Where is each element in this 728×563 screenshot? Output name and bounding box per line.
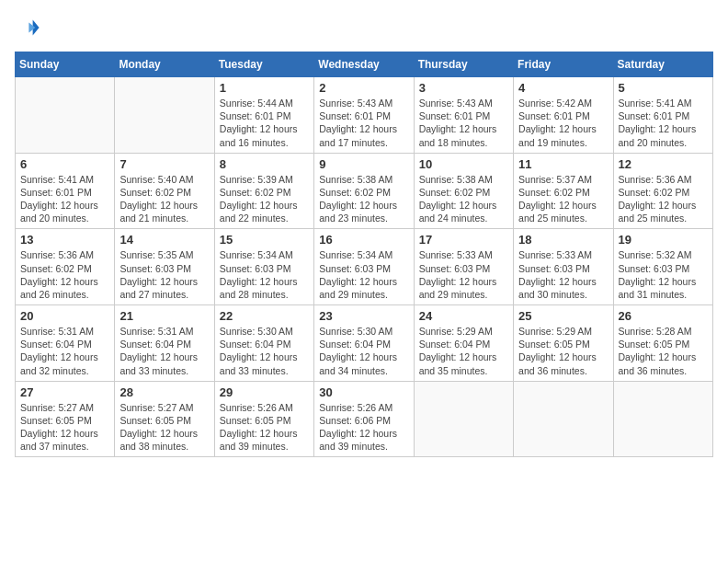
calendar-cell: 23Sunrise: 5:30 AM Sunset: 6:04 PM Dayli…: [314, 305, 414, 382]
calendar-cell: [514, 381, 613, 457]
calendar-cell: 4Sunrise: 5:42 AM Sunset: 6:01 PM Daylig…: [514, 77, 613, 154]
calendar-cell: 1Sunrise: 5:44 AM Sunset: 6:01 PM Daylig…: [214, 77, 313, 154]
day-info: Sunrise: 5:34 AM Sunset: 6:03 PM Dayligh…: [319, 248, 408, 301]
day-number: 17: [419, 233, 508, 247]
day-number: 22: [220, 309, 309, 323]
day-info: Sunrise: 5:36 AM Sunset: 6:02 PM Dayligh…: [619, 173, 708, 225]
weekday-header: Thursday: [414, 52, 513, 77]
day-info: Sunrise: 5:43 AM Sunset: 6:01 PM Dayligh…: [419, 97, 508, 149]
weekday-header: Monday: [115, 52, 214, 77]
day-info: Sunrise: 5:43 AM Sunset: 6:01 PM Dayligh…: [319, 97, 408, 149]
calendar-cell: 26Sunrise: 5:28 AM Sunset: 6:05 PM Dayli…: [613, 305, 712, 382]
day-number: 28: [119, 385, 209, 399]
day-info: Sunrise: 5:44 AM Sunset: 6:01 PM Dayligh…: [220, 97, 309, 149]
calendar-cell: [414, 381, 513, 457]
day-number: 9: [319, 157, 408, 171]
day-info: Sunrise: 5:41 AM Sunset: 6:01 PM Dayligh…: [20, 173, 109, 225]
day-number: 19: [619, 233, 708, 247]
day-info: Sunrise: 5:30 AM Sunset: 6:04 PM Dayligh…: [319, 325, 408, 377]
day-info: Sunrise: 5:29 AM Sunset: 6:05 PM Dayligh…: [518, 325, 608, 377]
calendar-week-row: 13Sunrise: 5:36 AM Sunset: 6:02 PM Dayli…: [16, 229, 713, 305]
weekday-header: Saturday: [613, 52, 712, 77]
calendar-cell: 28Sunrise: 5:27 AM Sunset: 6:05 PM Dayli…: [115, 381, 214, 457]
calendar-cell: [16, 77, 115, 154]
day-number: 26: [619, 309, 708, 323]
day-number: 2: [319, 81, 408, 95]
calendar-cell: 10Sunrise: 5:38 AM Sunset: 6:02 PM Dayli…: [414, 153, 513, 229]
day-number: 3: [419, 81, 508, 95]
day-number: 6: [20, 157, 109, 171]
day-info: Sunrise: 5:33 AM Sunset: 6:03 PM Dayligh…: [518, 248, 608, 301]
day-info: Sunrise: 5:32 AM Sunset: 6:03 PM Dayligh…: [619, 248, 708, 301]
calendar-cell: 16Sunrise: 5:34 AM Sunset: 6:03 PM Dayli…: [314, 229, 414, 305]
day-number: 12: [619, 157, 708, 171]
day-info: Sunrise: 5:26 AM Sunset: 6:06 PM Dayligh…: [319, 401, 408, 454]
calendar-week-row: 27Sunrise: 5:27 AM Sunset: 6:05 PM Dayli…: [16, 381, 713, 457]
day-number: 23: [319, 309, 408, 323]
day-number: 16: [319, 233, 408, 247]
calendar-table: SundayMondayTuesdayWednesdayThursdayFrid…: [15, 52, 713, 457]
day-number: 29: [220, 385, 309, 399]
day-info: Sunrise: 5:26 AM Sunset: 6:05 PM Dayligh…: [220, 401, 309, 454]
calendar-cell: 29Sunrise: 5:26 AM Sunset: 6:05 PM Dayli…: [214, 381, 313, 457]
calendar-cell: 14Sunrise: 5:35 AM Sunset: 6:03 PM Dayli…: [115, 229, 214, 305]
calendar-cell: 27Sunrise: 5:27 AM Sunset: 6:05 PM Dayli…: [16, 381, 115, 457]
day-info: Sunrise: 5:42 AM Sunset: 6:01 PM Dayligh…: [518, 97, 608, 149]
day-info: Sunrise: 5:30 AM Sunset: 6:04 PM Dayligh…: [220, 325, 309, 377]
day-info: Sunrise: 5:37 AM Sunset: 6:02 PM Dayligh…: [518, 173, 608, 225]
day-info: Sunrise: 5:28 AM Sunset: 6:05 PM Dayligh…: [619, 325, 708, 377]
day-number: 10: [419, 157, 508, 171]
calendar-cell: 11Sunrise: 5:37 AM Sunset: 6:02 PM Dayli…: [514, 153, 613, 229]
day-number: 5: [619, 81, 708, 95]
page-header: [15, 15, 713, 40]
day-info: Sunrise: 5:31 AM Sunset: 6:04 PM Dayligh…: [20, 325, 109, 377]
day-number: 27: [20, 385, 109, 399]
calendar-week-row: 6Sunrise: 5:41 AM Sunset: 6:01 PM Daylig…: [16, 153, 713, 229]
calendar-cell: 2Sunrise: 5:43 AM Sunset: 6:01 PM Daylig…: [314, 77, 414, 154]
day-number: 25: [518, 309, 608, 323]
day-number: 24: [419, 309, 508, 323]
day-info: Sunrise: 5:36 AM Sunset: 6:02 PM Dayligh…: [20, 248, 109, 301]
calendar-cell: 24Sunrise: 5:29 AM Sunset: 6:04 PM Dayli…: [414, 305, 513, 382]
calendar-cell: 8Sunrise: 5:39 AM Sunset: 6:02 PM Daylig…: [214, 153, 313, 229]
calendar-header-row: SundayMondayTuesdayWednesdayThursdayFrid…: [16, 52, 713, 77]
day-info: Sunrise: 5:35 AM Sunset: 6:03 PM Dayligh…: [119, 248, 209, 301]
day-number: 11: [518, 157, 608, 171]
day-info: Sunrise: 5:33 AM Sunset: 6:03 PM Dayligh…: [419, 248, 508, 301]
calendar-cell: 17Sunrise: 5:33 AM Sunset: 6:03 PM Dayli…: [414, 229, 513, 305]
calendar-cell: 20Sunrise: 5:31 AM Sunset: 6:04 PM Dayli…: [16, 305, 115, 382]
weekday-header: Wednesday: [314, 52, 414, 77]
weekday-header: Friday: [514, 52, 613, 77]
calendar-cell: 21Sunrise: 5:31 AM Sunset: 6:04 PM Dayli…: [115, 305, 214, 382]
calendar-cell: 7Sunrise: 5:40 AM Sunset: 6:02 PM Daylig…: [115, 153, 214, 229]
calendar-cell: 6Sunrise: 5:41 AM Sunset: 6:01 PM Daylig…: [16, 153, 115, 229]
day-info: Sunrise: 5:39 AM Sunset: 6:02 PM Dayligh…: [220, 173, 309, 225]
day-info: Sunrise: 5:38 AM Sunset: 6:02 PM Dayligh…: [319, 173, 408, 225]
day-number: 18: [518, 233, 608, 247]
calendar-cell: 12Sunrise: 5:36 AM Sunset: 6:02 PM Dayli…: [613, 153, 712, 229]
calendar-cell: [613, 381, 712, 457]
day-info: Sunrise: 5:38 AM Sunset: 6:02 PM Dayligh…: [419, 173, 508, 225]
calendar-cell: 19Sunrise: 5:32 AM Sunset: 6:03 PM Dayli…: [613, 229, 712, 305]
calendar-cell: [115, 77, 214, 154]
day-number: 30: [319, 385, 408, 399]
weekday-header: Sunday: [16, 52, 115, 77]
day-number: 1: [220, 81, 309, 95]
day-info: Sunrise: 5:31 AM Sunset: 6:04 PM Dayligh…: [119, 325, 209, 377]
calendar-cell: 5Sunrise: 5:41 AM Sunset: 6:01 PM Daylig…: [613, 77, 712, 154]
day-info: Sunrise: 5:40 AM Sunset: 6:02 PM Dayligh…: [119, 173, 209, 225]
logo-icon: [15, 15, 40, 40]
calendar-cell: 22Sunrise: 5:30 AM Sunset: 6:04 PM Dayli…: [214, 305, 313, 382]
day-number: 20: [20, 309, 109, 323]
calendar-cell: 15Sunrise: 5:34 AM Sunset: 6:03 PM Dayli…: [214, 229, 313, 305]
calendar-cell: 9Sunrise: 5:38 AM Sunset: 6:02 PM Daylig…: [314, 153, 414, 229]
day-info: Sunrise: 5:34 AM Sunset: 6:03 PM Dayligh…: [220, 248, 309, 301]
calendar-week-row: 1Sunrise: 5:44 AM Sunset: 6:01 PM Daylig…: [16, 77, 713, 154]
day-number: 21: [119, 309, 209, 323]
day-number: 13: [20, 233, 109, 247]
calendar-cell: 30Sunrise: 5:26 AM Sunset: 6:06 PM Dayli…: [314, 381, 414, 457]
day-info: Sunrise: 5:41 AM Sunset: 6:01 PM Dayligh…: [619, 97, 708, 149]
day-info: Sunrise: 5:29 AM Sunset: 6:04 PM Dayligh…: [419, 325, 508, 377]
calendar-cell: 18Sunrise: 5:33 AM Sunset: 6:03 PM Dayli…: [514, 229, 613, 305]
day-info: Sunrise: 5:27 AM Sunset: 6:05 PM Dayligh…: [20, 401, 109, 454]
